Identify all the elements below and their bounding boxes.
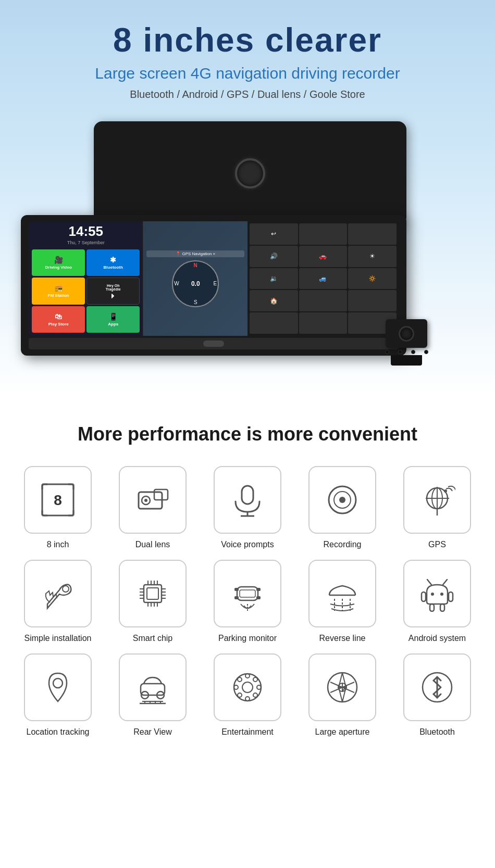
svg-line-55 [443, 580, 447, 585]
feature-label-location: Location tracking [27, 727, 90, 737]
device-button[interactable] [203, 341, 224, 347]
location-icon [40, 669, 76, 706]
icon-box-aperture [308, 653, 376, 721]
feature-label-aperture: Large aperture [315, 727, 370, 737]
feature-label-reverse: Reverse line [319, 634, 366, 643]
tile-music[interactable]: Hey OhTragédie ⏵ [86, 278, 140, 304]
icon-box-8inch: 8 [24, 466, 92, 534]
svg-text:8: 8 [54, 492, 62, 508]
device-front: 14:55 Thu, 7 September 🎥 Driving Video ✱… [21, 215, 406, 356]
entertainment-icon [229, 669, 266, 706]
gps-nav-bar: 📍 GPS Navigation × [146, 250, 244, 257]
ctrl-dim[interactable]: 🔅 [348, 268, 397, 290]
device-screen: 14:55 Thu, 7 September 🎥 Driving Video ✱… [29, 221, 399, 336]
reverse-icon [324, 575, 361, 612]
feature-label-parking: Parking monitor [218, 634, 277, 643]
tile-apps[interactable]: 📱 Apps [86, 306, 140, 333]
svg-line-54 [427, 580, 431, 585]
feature-label-gps: GPS [428, 540, 446, 549]
hero-specs: Bluetooth / Android / GPS / Dual lens / … [10, 89, 485, 100]
ctrl-empty6 [299, 312, 348, 334]
feature-label-installation: Simple installation [24, 634, 92, 643]
icon-box-installation [24, 560, 92, 627]
ctrl-brightness[interactable]: ☀ [348, 246, 397, 267]
svg-rect-45 [237, 587, 258, 600]
ctrl-vol-up[interactable]: 🔊 [250, 246, 298, 267]
device-bottom-bar [29, 338, 399, 349]
features-title: More performance is more convenient [16, 423, 479, 445]
icon-box-reverse [308, 560, 376, 627]
feature-chip: Smart chip [110, 560, 195, 643]
chip-icon [134, 575, 171, 612]
ctrl-car2[interactable]: 🚙 [299, 268, 348, 290]
feature-installation: Simple installation [16, 560, 100, 643]
android-icon [419, 575, 455, 612]
ctrl-car[interactable]: 🚗 [299, 246, 348, 267]
compass-reading: 0.0 [191, 280, 200, 287]
hero-subtitle: Large screen 4G navigation driving recor… [10, 65, 485, 82]
svg-rect-11 [154, 489, 168, 500]
device-back [94, 121, 406, 225]
ctrl-back[interactable]: ↩ [250, 223, 298, 245]
camera-led [385, 350, 389, 354]
compass: N S E W 0.0 [172, 260, 219, 307]
svg-rect-59 [440, 604, 444, 611]
eight-inch-icon: 8 [40, 482, 76, 518]
aperture-icon [324, 669, 361, 706]
bluetooth-icon [419, 669, 455, 706]
svg-point-26 [63, 586, 69, 592]
feature-aperture: Large aperture [300, 653, 385, 737]
svg-rect-48 [256, 588, 261, 591]
ctrl-vol-down[interactable]: 🔉 [250, 268, 298, 290]
screen-middle-panel: 📍 GPS Navigation × N S E W 0.0 [143, 221, 247, 336]
feature-location: Location tracking [16, 653, 100, 737]
svg-rect-50 [256, 596, 261, 599]
feature-8inch: 8 8 inch [16, 466, 100, 549]
feature-label-chip: Smart chip [133, 634, 172, 643]
feature-label-android: Android system [409, 634, 466, 643]
tile-bluetooth[interactable]: ✱ Bluetooth [86, 249, 140, 276]
svg-rect-14 [242, 486, 253, 504]
tile-fm[interactable]: 📻 FM Station [32, 278, 85, 304]
compass-w: W [174, 281, 179, 286]
device-display: 14:55 Thu, 7 September 🎥 Driving Video ✱… [10, 111, 485, 382]
screen-left-panel: 14:55 Thu, 7 September 🎥 Driving Video ✱… [29, 221, 143, 336]
compass-n: N [194, 262, 197, 268]
svg-point-78 [253, 677, 257, 682]
rear-view-icon [134, 669, 171, 706]
camera-led [424, 350, 428, 354]
feature-label-recording: Recording [324, 540, 362, 549]
feature-android: Android system [395, 560, 479, 643]
svg-point-79 [238, 693, 242, 697]
icon-box-location [24, 653, 92, 721]
features-grid: 8 8 inch Dual lens [16, 466, 479, 737]
ctrl-home[interactable]: 🏠 [250, 290, 298, 311]
feature-label-voice: Voice prompts [221, 540, 274, 549]
svg-point-60 [53, 678, 63, 688]
hero-section: 8 inches clearer Large screen 4G navigat… [0, 0, 495, 397]
icon-box-voice [214, 466, 281, 534]
icon-box-android [403, 560, 471, 627]
svg-point-25 [444, 489, 447, 493]
feature-reverse: Reverse line [300, 560, 385, 643]
icon-box-bluetooth [403, 653, 471, 721]
icon-box-gps [403, 466, 471, 534]
feature-rear-view: Rear View [110, 653, 195, 737]
svg-point-52 [431, 593, 434, 596]
svg-rect-47 [234, 588, 239, 591]
compass-s: S [194, 299, 197, 305]
svg-point-77 [253, 693, 257, 697]
ctrl-empty4 [348, 290, 397, 311]
tile-driving-video[interactable]: 🎥 Driving Video [32, 249, 85, 276]
camera-body [386, 319, 427, 348]
screen-time: 14:55 [32, 224, 140, 238]
svg-point-53 [440, 593, 443, 596]
icon-box-dual-lens [119, 466, 187, 534]
icon-box-chip [119, 560, 187, 627]
ctrl-empty1 [299, 223, 348, 245]
feature-label-dual-lens: Dual lens [135, 540, 170, 549]
tile-playstore[interactable]: 🛍 Play Store [32, 306, 85, 333]
svg-rect-49 [234, 596, 239, 599]
icon-box-recording [308, 466, 376, 534]
feature-bluetooth: Bluetooth [395, 653, 479, 737]
